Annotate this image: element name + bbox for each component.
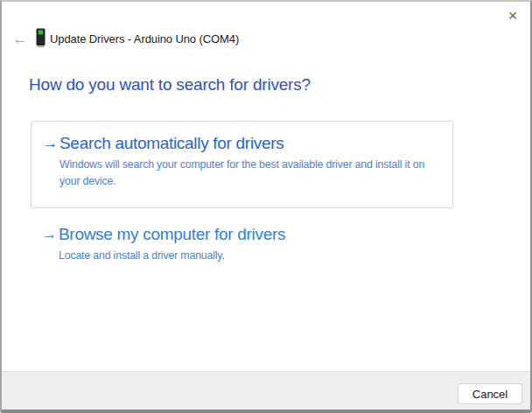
window-title: Update Drivers - Arduino Uno (COM4) bbox=[50, 32, 239, 46]
close-button[interactable]: × bbox=[502, 5, 523, 26]
option-browse-computer-title: Browse my computer for drivers bbox=[59, 224, 448, 245]
option-search-automatically-description: Windows will search your computer for th… bbox=[60, 157, 447, 190]
back-button[interactable]: ← bbox=[10, 31, 30, 48]
arrow-right-icon: → bbox=[42, 224, 59, 245]
device-icon bbox=[36, 28, 46, 47]
option-search-automatically[interactable]: → Search automatically for drivers Windo… bbox=[31, 121, 453, 208]
cancel-button[interactable]: Cancel bbox=[458, 383, 522, 404]
footer-bar: Cancel bbox=[2, 371, 530, 410]
arrow-right-icon: → bbox=[43, 133, 60, 154]
close-icon: × bbox=[508, 7, 518, 24]
option-browse-computer[interactable]: → Browse my computer for drivers Locate … bbox=[31, 224, 453, 264]
option-search-automatically-title: Search automatically for drivers bbox=[60, 133, 447, 154]
back-arrow-icon: ← bbox=[13, 31, 28, 47]
option-browse-computer-description: Locate and install a driver manually. bbox=[59, 248, 448, 264]
page-heading: How do you want to search for drivers? bbox=[29, 75, 311, 94]
update-drivers-wizard-window: × ← Update Drivers - Arduino Uno (COM4) … bbox=[0, 0, 532, 413]
